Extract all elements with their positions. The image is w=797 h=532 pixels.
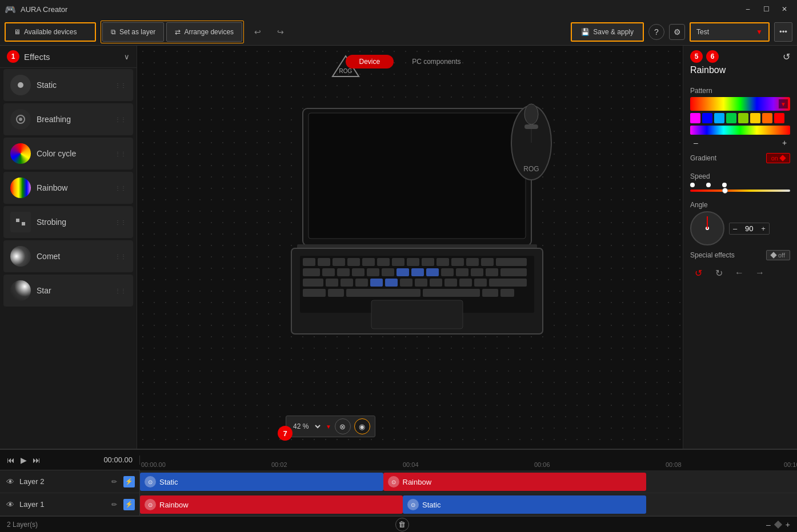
layer2-static-block[interactable]: ⊙ Static [140, 473, 383, 491]
svg-rect-13 [318, 258, 330, 266]
svg-rect-14 [333, 258, 345, 266]
angle-plus-button[interactable]: + [760, 224, 767, 233]
svg-rect-39 [500, 268, 527, 276]
effect-spin-left[interactable]: ↺ [690, 265, 706, 281]
titlebar-controls: – ☐ ✕ [740, 3, 792, 15]
layer1-static-block[interactable]: ⊙ Static [403, 495, 646, 514]
rainbow-effect-icon [10, 178, 31, 198]
svg-point-62 [524, 104, 538, 124]
sidebar-item-static[interactable]: Static ⋮⋮ [3, 69, 133, 101]
color-cycle-label: Color cycle [37, 149, 76, 158]
save-apply-button[interactable]: 💾 Save & apply [571, 22, 644, 42]
set-as-layer-button[interactable]: ⧉ Set as layer [102, 22, 164, 42]
svg-rect-19 [407, 258, 419, 266]
layer1-name: Layer 1 [19, 500, 105, 509]
svg-rect-51 [474, 279, 487, 287]
layer2-visibility-button[interactable]: 👁 [5, 476, 16, 487]
swatch-blue[interactable] [702, 113, 712, 123]
angle-minus-button[interactable]: – [732, 224, 738, 233]
gradient-toggle[interactable]: on [766, 153, 790, 163]
help-button[interactable]: ? [648, 24, 664, 40]
layer2-edit-button[interactable]: ✏ [109, 476, 120, 487]
timeline-prev-button[interactable]: ⏮ [7, 456, 15, 465]
svg-rect-12 [303, 258, 315, 266]
zoom-center-button[interactable]: ◉ [354, 418, 370, 434]
timeline-layer-1: 👁 Layer 1 ✏ ⚡ ⊙ Rainbow ⊙ Static [0, 493, 797, 516]
arrange-devices-button[interactable]: ⇄ Arrange devices [166, 22, 242, 42]
effect-arrow-left[interactable]: ← [731, 265, 747, 281]
zoom-fit-button[interactable]: ⊗ [335, 418, 351, 434]
profile-dropdown-arrow: ▼ [756, 28, 763, 36]
toolbar: 🖥 Available devices ⧉ Set as layer ⇄ Arr… [0, 18, 797, 46]
effect-spin-right[interactable]: ↻ [711, 265, 727, 281]
swatch-yellow[interactable] [750, 113, 760, 123]
delete-layer-button[interactable]: 🗑 [395, 518, 409, 531]
zoom-indicator [774, 520, 782, 528]
sidebar-item-breathing[interactable]: Breathing ⋮⋮ [3, 103, 133, 135]
layer1-edit-button[interactable]: ✏ [109, 499, 120, 510]
redo-button[interactable]: ↪ [271, 23, 290, 41]
angle-dial[interactable] [690, 211, 724, 245]
special-effects-toggle[interactable]: off [766, 250, 790, 260]
svg-rect-63 [524, 124, 538, 129]
undo-button[interactable]: ↩ [249, 23, 267, 41]
sidebar-item-comet[interactable]: Comet ⋮⋮ [3, 240, 133, 272]
swatch-cyan[interactable] [714, 113, 724, 123]
layer1-lightning-icon: ⚡ [123, 499, 135, 510]
tab-pc-components[interactable]: PC components [398, 55, 474, 68]
tab-device[interactable]: Device [345, 55, 394, 68]
sidebar-item-strobing[interactable]: Strobing ⋮⋮ [3, 206, 133, 238]
svg-rect-28 [337, 268, 350, 276]
pattern-gradient-bar[interactable]: ▼ [690, 97, 790, 111]
sidebar-item-color-cycle[interactable]: Color cycle ⋮⋮ [3, 138, 133, 170]
svg-rect-36 [456, 268, 468, 276]
speed-label: Speed [690, 172, 790, 180]
pattern-dropdown-arrow[interactable]: ▼ [779, 99, 788, 108]
timeline-play-button[interactable]: ▶ [21, 456, 27, 465]
timeline-next-button[interactable]: ⏭ [33, 456, 41, 465]
gradient-minus-button[interactable]: – [690, 137, 702, 148]
settings-button[interactable]: ⚙ [669, 24, 685, 40]
sidebar-item-rainbow[interactable]: Rainbow ⋮⋮ [3, 172, 133, 204]
svg-rect-30 [367, 268, 379, 276]
effect-arrow-right[interactable]: → [752, 265, 768, 281]
device-tabs: Device PC components [336, 50, 483, 73]
minimize-button[interactable]: – [740, 3, 756, 15]
swatch-green[interactable] [726, 113, 736, 123]
layer2-rainbow-label: Rainbow [403, 478, 432, 486]
svg-rect-29 [352, 268, 365, 276]
speed-slider[interactable] [690, 190, 790, 192]
svg-rect-16 [362, 258, 375, 266]
layer2-rainbow-block[interactable]: ⊙ Rainbow [383, 473, 646, 491]
reset-button[interactable]: ↺ [783, 51, 790, 62]
more-button[interactable]: ••• [774, 22, 792, 42]
svg-rect-59 [371, 300, 463, 329]
timeline-zoom-out-button[interactable]: – [766, 520, 771, 529]
speed-dots [690, 183, 790, 187]
swatch-magenta[interactable] [690, 113, 700, 123]
svg-rect-56 [423, 289, 480, 297]
layer1-visibility-button[interactable]: 👁 [5, 499, 16, 510]
layer2-track: ⊙ Static ⊙ Rainbow [140, 470, 797, 493]
svg-rect-53 [303, 289, 326, 297]
zoom-select[interactable]: 42 % 50 % 75 % 100 % [291, 422, 322, 431]
timeline-area: ⏮ ▶ ⏭ 00:00.00 00:00.00 00:02 00:04 00:0… [0, 449, 797, 516]
available-devices-button[interactable]: 🖥 Available devices [5, 22, 96, 42]
breathing-drag-handle: ⋮⋮ [115, 116, 126, 123]
maximize-button[interactable]: ☐ [758, 3, 774, 15]
swatch-red[interactable] [774, 113, 784, 123]
svg-rect-33 [411, 268, 424, 276]
timeline-zoom-in-button[interactable]: + [786, 520, 790, 529]
close-button[interactable]: ✕ [776, 3, 792, 15]
sidebar-item-star[interactable]: Star ⋮⋮ [3, 275, 133, 307]
layer-count: 2 Layer(s) [7, 521, 38, 529]
gradient-plus-button[interactable]: + [779, 137, 790, 148]
profile-dropdown[interactable]: Test ▼ [690, 22, 770, 42]
svg-rect-25 [496, 258, 527, 266]
swatch-orange[interactable] [762, 113, 772, 123]
star-effect-icon [10, 280, 31, 301]
gradient-toggle-diamond [779, 155, 786, 161]
sidebar-chevron-icon[interactable]: ∨ [124, 53, 130, 61]
layer1-rainbow-block[interactable]: ⊙ Rainbow [140, 495, 403, 514]
swatch-lime[interactable] [738, 113, 748, 123]
